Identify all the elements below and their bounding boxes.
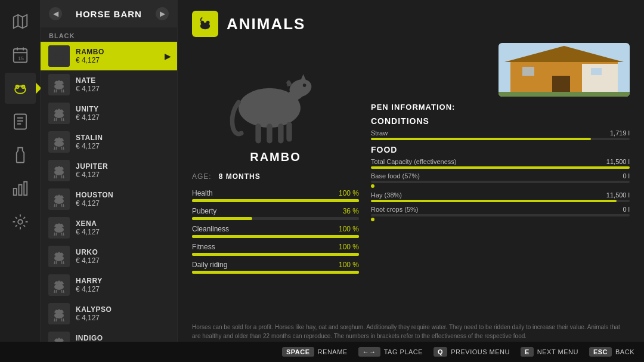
sidebar-item-bottle[interactable] [5, 140, 36, 171]
animal-item[interactable]: XENA € 4,127 [41, 214, 177, 242]
animal-list: RAMBO € 4,127 ▶ NATE € 4,127 UNITY € 4,1… [41, 42, 177, 362]
stat-bar-fill [192, 271, 359, 274]
horse-icon [197, 16, 213, 32]
conditions-list: Straw 1,719 l [371, 129, 630, 140]
bottom-action[interactable]: E NEXT MENU [521, 347, 578, 357]
sidebar-item-documents[interactable] [5, 106, 36, 137]
animal-price: € 4,127 [76, 142, 171, 150]
animal-panel: ◀ HORSE BARN ▶ BLACK RAMBO € 4,127 ▶ NAT… [41, 0, 178, 362]
animal-name: HARRY [76, 277, 171, 285]
animal-name: INDIGO [76, 334, 171, 342]
bottom-key: ESC [589, 347, 612, 357]
animal-name: URKO [76, 248, 171, 256]
animal-price: € 4,127 [76, 171, 171, 179]
main-content: ANIMALS [178, 0, 644, 362]
stat-value: 100 % [339, 243, 359, 251]
animal-icon [48, 188, 70, 210]
animal-info: STALIN € 4,127 [76, 134, 171, 150]
panel-next-button[interactable]: ▶ [156, 7, 169, 20]
animals-title: ANIMALS [227, 15, 305, 33]
animal-name: RAMBO [76, 48, 165, 56]
food-header: Root crops (5%) 0 l [371, 206, 630, 213]
stat-bar-bg [192, 271, 359, 274]
bottom-key: SPACE [282, 347, 314, 357]
bottom-action[interactable]: ESC BACK [589, 347, 634, 357]
animal-name: KALYPSO [76, 305, 171, 314]
bottom-key: E [521, 347, 534, 357]
stat-value: 100 % [339, 189, 359, 197]
food-row: Total Capacity (effectiveness) 11,500 l [371, 158, 630, 169]
animal-item[interactable]: HOUSTON € 4,127 [41, 185, 177, 214]
food-bar-bg [371, 166, 630, 169]
stat-value: 100 % [339, 225, 359, 233]
panel-prev-button[interactable]: ◀ [49, 7, 62, 20]
age-value: 8 MONTHS [219, 172, 261, 181]
animal-item[interactable]: HARRY € 4,127 [41, 271, 177, 299]
animal-price: € 4,127 [76, 256, 171, 265]
food-header: Hay (38%) 11,500 l [371, 191, 630, 199]
animals-icon-box [192, 11, 218, 37]
stat-row: Cleanliness 100 % [192, 225, 359, 238]
animal-item[interactable]: NATE € 4,127 [41, 70, 177, 99]
condition-bar-bg [371, 138, 630, 140]
horse-silhouette [210, 46, 329, 147]
stat-label: Daily riding [192, 261, 227, 269]
food-header: Total Capacity (effectiveness) 11,500 l [371, 158, 630, 165]
svg-rect-35 [552, 76, 570, 94]
animal-price: € 4,127 [76, 85, 171, 93]
sidebar-item-map[interactable] [5, 6, 36, 37]
animal-info: XENA € 4,127 [76, 219, 171, 236]
animal-detail: RAMBO AGE: 8 MONTHS Health 100 % Puberty… [192, 43, 359, 279]
animal-price: € 4,127 [76, 113, 171, 122]
bottom-action-label: NEXT MENU [537, 348, 578, 355]
condition-value: 1,719 l [610, 129, 630, 137]
animal-icon [48, 303, 70, 324]
animal-price: € 4,127 [76, 314, 171, 322]
stat-bar-fill [192, 253, 359, 256]
stat-bar-bg [192, 217, 359, 220]
food-bar-fill [371, 166, 630, 169]
food-label: Base food (57%) [371, 172, 420, 180]
animal-item[interactable]: UNITY € 4,127 [41, 99, 177, 128]
svg-rect-6 [13, 188, 16, 195]
svg-rect-38 [499, 92, 630, 97]
age-row: AGE: 8 MONTHS [192, 172, 359, 181]
condition-label: Straw [371, 129, 388, 137]
svg-rect-26 [255, 123, 261, 143]
description-text: Horses can be sold for a profit. Horses … [178, 323, 644, 341]
svg-text:15: 15 [18, 55, 24, 61]
conditions-title: CONDITIONS [371, 116, 630, 126]
bottom-action-label: BACK [615, 348, 634, 355]
animal-info: KALYPSO € 4,127 [76, 305, 171, 322]
food-bar-bg [371, 200, 630, 202]
svg-rect-7 [18, 185, 21, 196]
bottom-action[interactable]: ←→ TAG PLACE [358, 347, 423, 357]
bottom-action[interactable]: SPACE RENAME [282, 347, 348, 357]
stat-header: Puberty 36 % [192, 207, 359, 215]
stat-header: Daily riding 100 % [192, 261, 359, 269]
food-row: Base food (57%) 0 l [371, 172, 630, 188]
stat-row: Fitness 100 % [192, 243, 359, 256]
food-label: Hay (38%) [371, 191, 402, 199]
animal-info: RAMBO € 4,127 [76, 48, 165, 64]
stat-row: Puberty 36 % [192, 207, 359, 220]
bottom-action[interactable]: Q PREVIOUS MENU [434, 347, 510, 357]
animal-item[interactable]: JUPITER € 4,127 [41, 156, 177, 185]
condition-row: Straw 1,719 l [371, 129, 630, 140]
sidebar-item-animals[interactable] [5, 73, 36, 104]
animal-item[interactable]: RAMBO € 4,127 ▶ [41, 42, 177, 70]
food-header: Base food (57%) 0 l [371, 172, 630, 180]
animal-icon [48, 45, 70, 67]
animal-item[interactable]: URKO € 4,127 [41, 242, 177, 271]
food-value: 11,500 l [606, 158, 630, 165]
sidebar-item-stats[interactable] [5, 173, 36, 204]
animal-name: HOUSTON [76, 191, 171, 199]
sidebar-item-calendar[interactable]: 15 [5, 39, 36, 70]
sidebar-item-settings[interactable] [5, 206, 36, 237]
food-bar-fill [371, 200, 617, 202]
animal-item[interactable]: KALYPSO € 4,127 [41, 299, 177, 328]
food-value: 0 l [623, 172, 630, 180]
food-value: 11,500 l [606, 191, 630, 199]
animal-item[interactable]: STALIN € 4,127 [41, 128, 177, 156]
svg-point-9 [18, 219, 23, 224]
